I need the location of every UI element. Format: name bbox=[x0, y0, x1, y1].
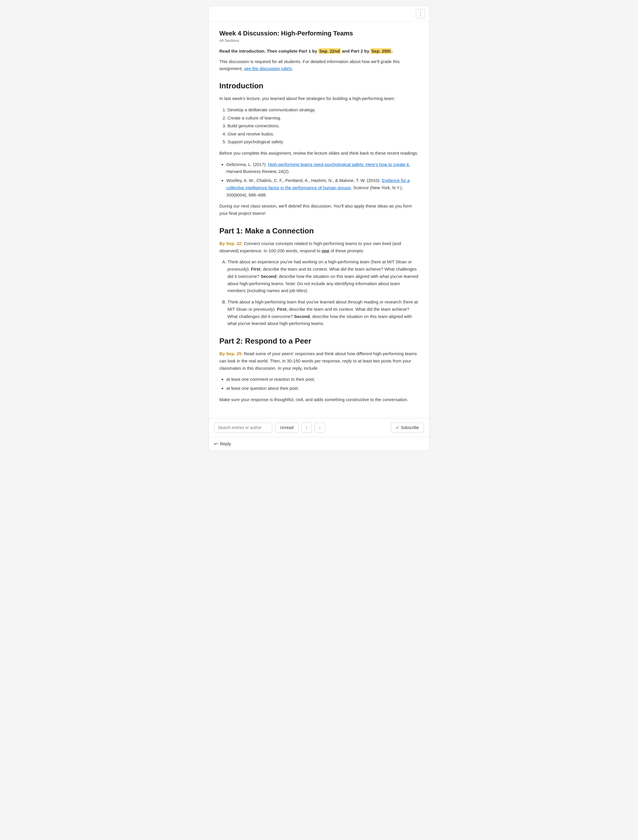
intro-para3: During our next class session, we'll deb… bbox=[220, 202, 418, 217]
prompt-a-text: Think about an experience you've had wor… bbox=[227, 259, 418, 293]
instructions-line: Read the introduction. Then complete Par… bbox=[220, 48, 418, 55]
section-label: All Sections bbox=[220, 38, 418, 43]
download-icon: ↓ bbox=[319, 425, 321, 430]
part1-one: one bbox=[322, 248, 330, 253]
page-title: Week 4 Discussion: High-Performing Teams bbox=[220, 30, 418, 37]
upload-button[interactable]: ↑ bbox=[301, 422, 312, 433]
part2-heading: Part 2: Respond to a Peer bbox=[220, 337, 418, 346]
prompt-b-text: Think about a high-performing team that … bbox=[227, 299, 418, 326]
reply-button[interactable]: ↩ Reply bbox=[214, 441, 231, 446]
part2-bullets: at least one comment or reaction to thei… bbox=[226, 376, 418, 392]
main-content: Week 4 Discussion: High-Performing Teams… bbox=[209, 22, 429, 418]
part1-instructions-text: : Connect course concepts related to hig… bbox=[220, 241, 401, 253]
part1-heading: Part 1: Make a Connection bbox=[220, 226, 418, 236]
intro-text-end: . bbox=[292, 66, 293, 71]
download-button[interactable]: ↓ bbox=[315, 422, 325, 433]
strategies-list: Develop a deliberate communication strat… bbox=[227, 106, 418, 146]
part2-bullet-1: at least one comment or reaction to thei… bbox=[226, 376, 418, 383]
bottom-toolbar: Unread ↑ ↓ ✓ Subscribe bbox=[209, 418, 429, 437]
date2-highlight: Sep. 25th bbox=[370, 48, 392, 54]
reading2-before: Woolley, A. W., Chabris, C. F., Pentland… bbox=[226, 178, 382, 183]
list-item: Build genuine connections. bbox=[227, 122, 418, 130]
page-container: ⋮ Week 4 Discussion: High-Performing Tea… bbox=[208, 6, 430, 451]
part2-closing: Make sure your response is thoughtful, c… bbox=[220, 396, 418, 403]
part2-instructions: By Sep. 25: Read some of your peers' res… bbox=[220, 350, 418, 372]
unread-label: Unread bbox=[280, 425, 294, 430]
intro-para1: In last week's lecture, you learned abou… bbox=[220, 95, 418, 102]
upload-icon: ↑ bbox=[305, 425, 308, 430]
part1-prompts-list: Think about an experience you've had wor… bbox=[227, 258, 418, 327]
reading-item: Delizonna, L. (2017). High-performing te… bbox=[226, 161, 418, 176]
subscribe-button[interactable]: ✓ Subscribe bbox=[391, 422, 424, 432]
subscribe-label: Subscribe bbox=[401, 425, 419, 430]
part1-instructions2: of these prompts: bbox=[330, 248, 364, 253]
intro-paragraph: This discussion is required for all stud… bbox=[220, 58, 418, 72]
introduction-heading: Introduction bbox=[220, 81, 418, 90]
list-item: Create a culture of learning. bbox=[227, 114, 418, 122]
part2-bullet-2: at least one question about their post. bbox=[226, 385, 418, 392]
date1-highlight: Sep. 22nd bbox=[318, 48, 341, 54]
reading1-before: Delizonna, L. (2017). bbox=[226, 162, 268, 167]
part1-date: By Sep. 22 bbox=[220, 241, 242, 246]
reply-bar: ↩ Reply bbox=[209, 437, 429, 451]
part2-instructions-text: : Read some of your peers' responses and… bbox=[220, 351, 417, 370]
top-bar: ⋮ bbox=[209, 6, 429, 22]
reading1-after: Harvard Business Review, 24(2). bbox=[226, 169, 290, 174]
readings-list: Delizonna, L. (2017). High-performing te… bbox=[226, 161, 418, 199]
intro-para2: Before you complete this assignment, rev… bbox=[220, 150, 418, 157]
more-menu-button[interactable]: ⋮ bbox=[416, 9, 425, 18]
list-item: Give and receive kudos. bbox=[227, 130, 418, 138]
part2-date: By Sep. 25 bbox=[220, 351, 242, 356]
list-item: Support psychological safety. bbox=[227, 138, 418, 146]
checkmark-icon: ✓ bbox=[396, 425, 399, 430]
more-menu-icon: ⋮ bbox=[418, 11, 423, 17]
reading-item: Woolley, A. W., Chabris, C. F., Pentland… bbox=[226, 177, 418, 199]
list-item: Develop a deliberate communication strat… bbox=[227, 106, 418, 114]
search-input[interactable] bbox=[214, 422, 272, 432]
reply-label: Reply bbox=[220, 441, 231, 446]
rubric-link[interactable]: see the discussion rubric bbox=[244, 66, 292, 71]
prompt-b: Think about a high-performing team that … bbox=[227, 299, 418, 327]
unread-button[interactable]: Unread bbox=[275, 422, 298, 432]
part1-instructions: By Sep. 22: Connect course concepts rela… bbox=[220, 240, 418, 255]
reply-arrow-icon: ↩ bbox=[214, 441, 218, 446]
reading1-link[interactable]: High-performing teams need psychological… bbox=[268, 162, 410, 167]
prompt-a: Think about an experience you've had wor… bbox=[227, 258, 418, 294]
